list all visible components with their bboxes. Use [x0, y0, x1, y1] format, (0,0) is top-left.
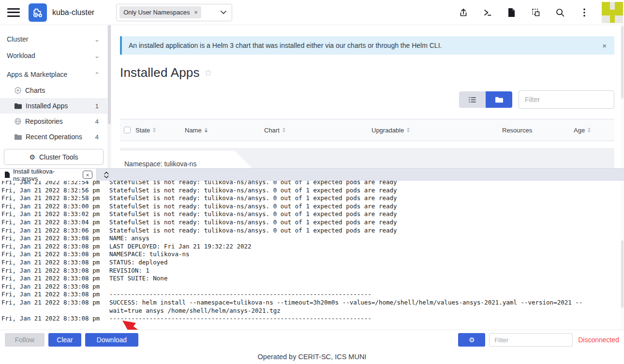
filter-input[interactable]	[519, 90, 614, 109]
sidebar-item-installed-apps[interactable]: Installed Apps 1	[0, 98, 107, 114]
main-scrollbar[interactable]	[621, 25, 624, 168]
sidebar-item-count: 4	[95, 118, 99, 125]
search-icon[interactable]	[555, 7, 565, 17]
namespace-filter-tag-label: Only User Namespaces	[123, 9, 190, 16]
log-line: Fri, Jan 21 2022 8:33:00 pmStatefulSet i…	[1, 203, 624, 211]
sidebar-item-label: Repositories	[25, 117, 63, 125]
sort-icon	[407, 128, 410, 132]
sort-icon	[205, 128, 208, 132]
sidebar-section-label: Workload	[7, 52, 35, 59]
log-scrollbar[interactable]	[621, 181, 624, 330]
folder-icon	[15, 103, 22, 109]
close-icon[interactable]: ×	[83, 171, 92, 179]
sidebar-item-label: Recent Operations	[26, 133, 82, 141]
clear-button[interactable]: Clear	[48, 333, 81, 347]
kebab-menu-icon[interactable]	[579, 7, 589, 17]
file-icon	[5, 172, 10, 178]
chevron-down-icon: ⌄	[94, 36, 100, 43]
column-header-name[interactable]: Name	[181, 127, 260, 134]
column-header-upgradable[interactable]: Upgradable	[368, 127, 498, 134]
namespace-filter-tag: Only User Namespaces ×	[119, 6, 201, 18]
footer-text: Operated by CERIT-SC, ICS MUNI	[258, 353, 367, 361]
sidebar-section-label: Cluster	[7, 35, 28, 43]
column-header-state[interactable]: State	[132, 127, 181, 134]
sidebar-section-cluster[interactable]: Cluster ⌄	[0, 31, 107, 47]
folder-icon	[495, 97, 503, 103]
log-line: Fri, Jan 21 2022 8:32:54 pmStatefulSet i…	[1, 181, 624, 187]
log-line: Fri, Jan 21 2022 8:32:58 pmStatefulSet i…	[1, 194, 624, 203]
log-line: Fri, Jan 21 2022 8:33:02 pmStatefulSet i…	[1, 210, 624, 218]
kubectl-shell-icon[interactable]	[482, 7, 492, 17]
menu-icon[interactable]	[7, 8, 20, 17]
cluster-name[interactable]: kuba-cluster	[52, 8, 94, 17]
list-view-button[interactable]	[459, 91, 486, 108]
top-header: kuba-cluster Only User Namespaces ×	[0, 0, 624, 25]
log-line: Fri, Jan 21 2022 8:33:08 pm	[1, 283, 624, 291]
table-header: State Name Chart Upgradable Resources Ag…	[120, 119, 614, 141]
user-avatar[interactable]	[602, 2, 623, 23]
main-content: An installed application is a Helm 3 cha…	[111, 25, 621, 168]
sidebar-item-recent-operations[interactable]: Recent Operations 4	[0, 129, 107, 145]
log-line: Fri, Jan 21 2022 8:33:08 pmTEST SUITE: N…	[1, 275, 624, 283]
log-line: Fri, Jan 21 2022 8:33:06 pmStatefulSet i…	[1, 227, 624, 235]
column-header-chart[interactable]: Chart	[260, 127, 368, 134]
log-line: Fri, Jan 21 2022 8:33:08 pm-------------…	[1, 315, 624, 323]
import-yaml-icon[interactable]	[458, 7, 468, 17]
sidebar-item-label: Installed Apps	[26, 102, 68, 110]
select-all-checkbox[interactable]	[124, 127, 131, 133]
download-button[interactable]: Download	[85, 333, 138, 347]
log-settings-button[interactable]: ⚙	[458, 333, 485, 347]
group-view-button[interactable]	[486, 91, 512, 108]
follow-button[interactable]: Follow	[5, 333, 45, 347]
globe-icon	[15, 118, 21, 125]
sort-icon	[588, 128, 591, 132]
log-line: Fri, Jan 21 2022 8:32:56 pmStatefulSet i…	[1, 187, 624, 195]
folder-icon	[15, 134, 22, 140]
log-line: Fri, Jan 21 2022 8:33:08 pmSTATUS: deplo…	[1, 259, 624, 267]
chevron-down-icon: ⌄	[94, 52, 100, 59]
favorite-star-icon[interactable]: ☆	[204, 67, 212, 78]
info-banner: An installed application is a Helm 3 cha…	[120, 36, 614, 55]
sidebar-item-count: 4	[95, 133, 99, 141]
terminal-tabbar: Install tulikova-ns:ansys ×	[0, 169, 624, 181]
list-toolbar	[120, 90, 614, 109]
sidebar-item-repositories[interactable]: Repositories 4	[0, 114, 107, 129]
page-title: Installed Apps	[120, 65, 200, 80]
terminal-tab-label: Install tulikova-ns:ansys	[13, 168, 79, 182]
header-icon-group	[458, 7, 589, 17]
cluster-tools-button[interactable]: ⚙ Cluster Tools	[4, 149, 104, 165]
terminal-tab[interactable]: Install tulikova-ns:ansys ×	[0, 169, 97, 181]
log-line: Fri, Jan 21 2022 8:33:08 pm-------------…	[1, 291, 624, 299]
namespace-group-label: Namespace: tulikova-ns	[124, 160, 196, 168]
close-icon[interactable]: ×	[602, 42, 607, 50]
sidebar-section-workload[interactable]: Workload ⌄	[0, 47, 107, 64]
terminal-log-area[interactable]: Fri, Jan 21 2022 8:32:54 pmStatefulSet i…	[0, 181, 624, 330]
sort-icon	[153, 128, 156, 132]
terminal-controls: Follow Clear Download ⚙ Disconnected	[0, 330, 624, 349]
log-filter-input[interactable]	[489, 333, 573, 347]
expand-panel-icon[interactable]	[97, 169, 116, 181]
log-line: Fri, Jan 21 2022 8:33:08 pmNAMESPACE: tu…	[1, 250, 624, 259]
column-header-resources: Resources	[498, 127, 570, 134]
remove-tag-icon[interactable]: ×	[194, 9, 197, 16]
log-lines: Fri, Jan 21 2022 8:32:54 pmStatefulSet i…	[0, 181, 624, 323]
sidebar-scrollbar[interactable]	[107, 25, 111, 168]
log-line: Fri, Jan 21 2022 8:33:08 pmSUCCESS: helm…	[1, 299, 624, 315]
namespace-group-row: Namespace: tulikova-ns	[120, 148, 614, 168]
gear-icon: ⚙	[29, 154, 35, 160]
sidebar-item-charts[interactable]: Charts	[0, 83, 107, 98]
log-line: Fri, Jan 21 2022 8:33:08 pmNAME: ansys	[1, 234, 624, 243]
column-header-age[interactable]: Age	[570, 127, 614, 134]
view-toggle	[459, 91, 512, 108]
chevron-up-icon: ⌃	[94, 71, 100, 78]
sort-icon	[282, 128, 285, 132]
circle-plus-icon	[15, 87, 21, 94]
namespace-filter-select[interactable]: Only User Namespaces ×	[116, 4, 232, 21]
file-icon[interactable]	[506, 7, 517, 17]
cluster-logo-icon[interactable]	[29, 3, 47, 22]
page-footer: Operated by CERIT-SC, ICS MUNI	[0, 349, 624, 364]
log-line: Fri, Jan 21 2022 8:33:08 pmREVISION: 1	[1, 267, 624, 275]
namespace-group-tab: Namespace: tulikova-ns	[120, 151, 261, 168]
sidebar-section-apps-marketplace[interactable]: Apps & Marketplace ⌃	[0, 66, 107, 83]
copy-icon[interactable]	[531, 7, 541, 17]
